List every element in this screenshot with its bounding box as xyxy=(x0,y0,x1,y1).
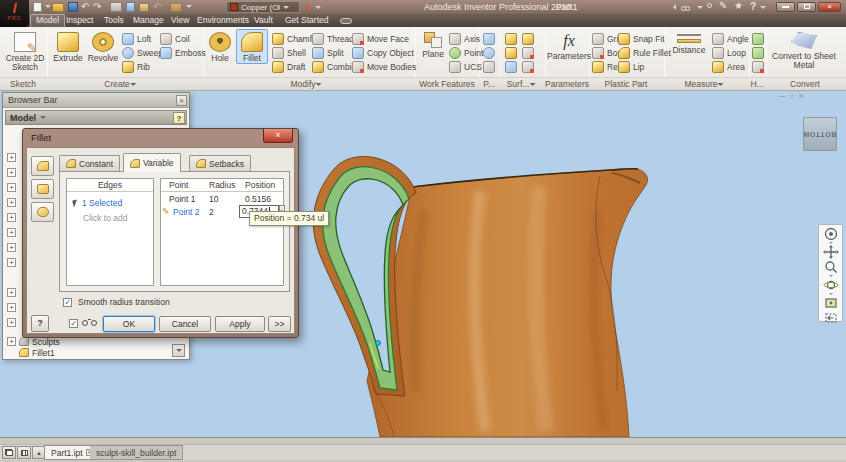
loop-button[interactable]: Loop xyxy=(712,46,746,59)
application-menu-button[interactable]: I PRO xyxy=(0,0,29,27)
tab-tools[interactable]: Tools xyxy=(99,14,129,27)
tree-expand-icon[interactable] xyxy=(7,288,16,297)
new-dropdown-caret[interactable] xyxy=(45,5,51,8)
group-label-create[interactable]: Create xyxy=(104,79,136,89)
edges-list[interactable]: Edges 1 Selected Click to add xyxy=(66,178,154,286)
group-label-measure[interactable]: Measure xyxy=(684,79,723,89)
redo-icon[interactable]: ↷ xyxy=(93,1,101,12)
help-icon[interactable]: ? xyxy=(750,1,756,12)
look-at-icon[interactable] xyxy=(821,296,840,310)
browser-scroll-dropdown[interactable] xyxy=(172,344,185,357)
zoom-icon[interactable] xyxy=(821,260,840,274)
save-icon[interactable] xyxy=(68,2,78,12)
restore-button[interactable] xyxy=(797,2,816,12)
create-2d-sketch-button[interactable]: ✎ Create 2D Sketch xyxy=(4,30,46,72)
search-caret[interactable] xyxy=(697,6,703,9)
lip-button[interactable]: Lip xyxy=(618,60,644,73)
convert-sheet-metal-button[interactable]: Convert to Sheet Metal xyxy=(772,30,836,70)
preview-toggle[interactable]: ✓ xyxy=(69,318,97,328)
tab-get-started[interactable]: Get Started xyxy=(280,14,333,27)
dialog-help-button[interactable]: ? xyxy=(31,315,49,332)
plane-button[interactable]: Plane xyxy=(419,30,447,59)
ribbon-minimize-toggle[interactable] xyxy=(340,18,352,24)
qat-dropdown-caret[interactable] xyxy=(186,5,192,8)
tile-windows-button[interactable] xyxy=(17,446,31,459)
loft-button[interactable]: Loft xyxy=(122,32,151,45)
split-button[interactable]: Split xyxy=(312,46,344,59)
trim-button[interactable] xyxy=(522,46,534,59)
zoom-caret[interactable] xyxy=(829,275,833,277)
tab-vault[interactable]: Vault xyxy=(249,14,278,27)
more-options-button[interactable]: >> xyxy=(268,316,291,332)
column-point[interactable]: Point xyxy=(169,180,188,190)
tree-expand-icon[interactable] xyxy=(7,303,16,312)
delete-face-button[interactable] xyxy=(522,60,534,73)
export-icon[interactable] xyxy=(126,2,135,12)
smooth-radius-checkbox-row[interactable]: ✓ Smooth radius transition xyxy=(63,297,170,307)
mirror-button[interactable] xyxy=(483,60,495,73)
rule-fillet-button[interactable]: Rule Fillet xyxy=(618,46,671,59)
close-button[interactable]: × xyxy=(818,2,841,12)
new-file-icon[interactable] xyxy=(33,2,42,12)
tree-item-fillet1[interactable]: Fillet1 xyxy=(19,347,55,358)
undo-icon[interactable]: ↶ xyxy=(81,1,89,12)
search-binoculars-icon[interactable] xyxy=(681,3,690,13)
tree-expand-icon[interactable] xyxy=(7,243,16,252)
previous-view-icon[interactable] xyxy=(821,311,840,325)
apply-button[interactable]: Apply xyxy=(215,316,265,332)
column-position[interactable]: Position xyxy=(245,180,275,190)
tree-expand-icon[interactable] xyxy=(7,183,16,192)
angle-button[interactable]: Angle xyxy=(712,32,749,45)
add-quick-tool-icon[interactable]: + xyxy=(305,0,312,14)
tree-expand-icon[interactable] xyxy=(7,258,16,267)
open-file-icon[interactable] xyxy=(52,3,64,12)
draft-button[interactable]: Draft xyxy=(272,60,305,73)
axis-button[interactable]: Axis xyxy=(449,32,480,45)
steering-wheel-icon[interactable] xyxy=(821,227,840,241)
dialog-close-button[interactable]: × xyxy=(263,129,293,143)
tab-constant[interactable]: Constant xyxy=(59,155,120,171)
coil-button[interactable]: Coil xyxy=(160,32,190,45)
smooth-radius-checkbox[interactable]: ✓ xyxy=(63,298,72,307)
shell-button[interactable]: Shell xyxy=(272,46,306,59)
browser-help-icon[interactable]: ? xyxy=(173,112,185,124)
tree-expand-icon[interactable] xyxy=(7,153,16,162)
tree-expand-icon[interactable] xyxy=(7,318,16,327)
cascade-windows-button[interactable] xyxy=(2,446,16,459)
pan-icon[interactable] xyxy=(821,245,840,259)
move-face-button[interactable]: Move Face xyxy=(352,32,409,45)
favorites-star-icon[interactable]: ★ xyxy=(734,0,743,11)
view-cube[interactable]: BOTTOM xyxy=(803,117,837,151)
project-icon[interactable] xyxy=(170,3,182,12)
full-round-fillet-type-button[interactable] xyxy=(31,202,54,222)
tab-manage[interactable]: Manage xyxy=(128,14,169,27)
edges-click-to-add[interactable]: Click to add xyxy=(83,213,127,223)
pencil-icon[interactable]: ✎ xyxy=(719,0,727,11)
tab-setbacks[interactable]: Setbacks xyxy=(189,155,251,171)
browser-close-icon[interactable]: × xyxy=(176,95,187,106)
sculpt-button[interactable] xyxy=(505,46,517,59)
browser-model-dropdown[interactable]: Model xyxy=(5,110,187,125)
stitch-button[interactable] xyxy=(505,32,517,45)
tree-expand-icon[interactable] xyxy=(7,213,16,222)
edges-selected-item[interactable]: 1 Selected xyxy=(73,198,122,208)
group-label-surface[interactable]: Surf... xyxy=(507,79,536,89)
distance-button[interactable]: Distance xyxy=(668,30,710,55)
area-button[interactable]: Area xyxy=(712,60,745,73)
edge-fillet-type-button[interactable] xyxy=(31,156,54,176)
tab-model[interactable]: Model xyxy=(30,14,65,27)
tree-expand-icon[interactable] xyxy=(7,198,16,207)
tree-expand-icon[interactable] xyxy=(7,228,16,237)
harness-button-1[interactable] xyxy=(752,32,764,45)
snap-fit-button[interactable]: Snap Fit xyxy=(618,32,665,45)
wheel-caret[interactable] xyxy=(829,242,833,244)
material-dropdown[interactable]: Copper (Ol xyxy=(226,1,300,13)
plus-caret[interactable] xyxy=(315,6,321,9)
tab-view[interactable]: View xyxy=(166,14,194,27)
orbit-caret[interactable] xyxy=(829,293,833,295)
parameters-button[interactable]: fx Parameters xyxy=(549,30,589,61)
sculpts-expand-icon[interactable] xyxy=(7,337,16,346)
preview-checkbox[interactable]: ✓ xyxy=(69,319,78,328)
extrude-button[interactable]: Extrude xyxy=(52,30,84,63)
emboss-button[interactable]: Emboss xyxy=(160,46,206,59)
